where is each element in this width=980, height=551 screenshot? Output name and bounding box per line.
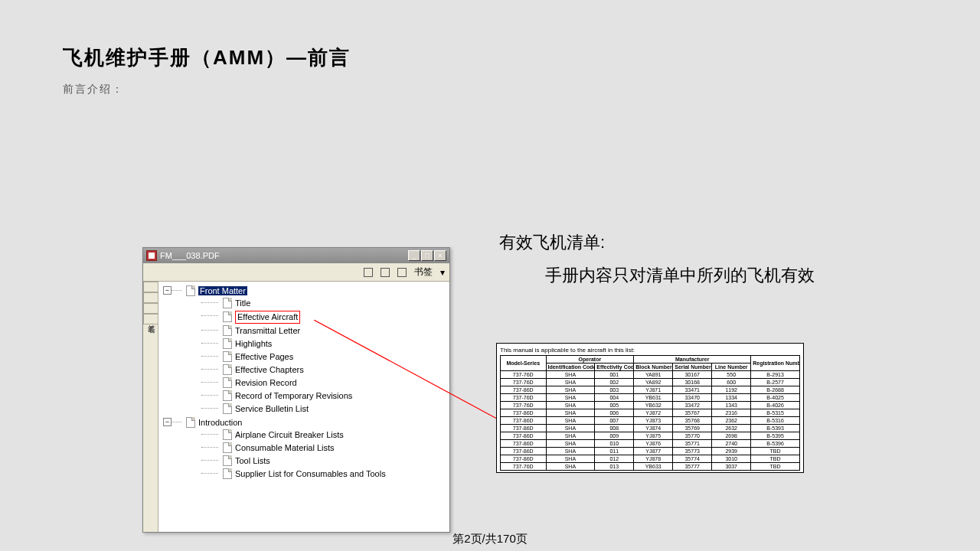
tree-introduction[interactable]: − Introduction Airplane Circuit Breaker … (165, 416, 449, 481)
cell-idcode: SHA (546, 463, 595, 471)
cell-idcode: SHA (546, 379, 595, 386)
table-row: 737-76DSHA005YB632334721343B-4026 (501, 402, 800, 409)
minimize-button[interactable]: _ (408, 250, 420, 261)
table-row: 737-86DSHA003YJ871334711192B-2688 (501, 386, 800, 394)
tree-item[interactable]: Effective Pages (201, 350, 449, 364)
cell-model: 737-76D (501, 371, 547, 379)
tree-label: Introduction (198, 418, 242, 427)
cell-serial: 30167 (673, 371, 712, 379)
tree-label: Effective Chapters (235, 365, 304, 374)
tree-item[interactable]: Airplane Circuit Breaker Lists (201, 429, 449, 442)
cell-serial: 35771 (673, 440, 712, 448)
cell-model: 737-86D (501, 386, 547, 394)
tree-item[interactable]: Supplier List for Consumables and Tools (201, 468, 449, 481)
tree-item[interactable]: Highlights (201, 337, 449, 350)
cell-effcode: 004 (595, 394, 634, 402)
cell-block: YA892 (634, 379, 673, 386)
tree-label: Effective Pages (235, 352, 293, 361)
bookmark-tree[interactable]: − Front Matter TitleEffective AircraftTr… (158, 282, 449, 532)
cell-line: 1343 (712, 402, 751, 409)
tree-label: Front Matter (198, 286, 247, 295)
tree-item[interactable]: Effective Chapters (201, 364, 449, 377)
cell-block: YB631 (634, 394, 673, 402)
tree-item[interactable]: Record of Temporary Revisions (201, 390, 449, 403)
cell-effcode: 009 (595, 432, 634, 440)
cell-serial: 30168 (673, 379, 712, 386)
cell-effcode: 003 (595, 386, 634, 394)
th-model: Model-Series (501, 356, 547, 371)
tree-front-matter[interactable]: − Front Matter TitleEffective AircraftTr… (165, 285, 449, 416)
sidetab-signatures[interactable]: 签名 (143, 314, 158, 324)
th-manufacturer-group: Manufacturer (634, 356, 751, 364)
cell-effcode: 012 (595, 455, 634, 463)
expander-icon[interactable]: − (163, 286, 172, 295)
pdf-file-icon (146, 250, 157, 261)
cell-model: 737-76D (501, 463, 547, 471)
maximize-button[interactable]: □ (421, 250, 433, 261)
tree-label: Highlights (235, 339, 272, 348)
tree-item[interactable]: Consumable Material Lists (201, 442, 449, 455)
page-icon (223, 377, 232, 388)
cell-serial: 35777 (673, 463, 712, 471)
sidetab-bookmarks[interactable]: 书签 (143, 282, 158, 292)
slide-footer: 第2页/共170页 (0, 532, 980, 546)
tree-item[interactable]: Service Bulletin List (201, 403, 449, 416)
cell-model: 737-86D (501, 425, 547, 432)
sidetab-thumbnails[interactable]: 略缩图 (143, 292, 158, 303)
close-button[interactable]: × (434, 250, 446, 261)
table-row: 737-86DSHA007YJ873357682362B-5316 (501, 417, 800, 425)
expander-icon[interactable]: − (163, 418, 172, 426)
tree-label: Tool Lists (235, 456, 270, 465)
cell-block: YJ875 (634, 432, 673, 440)
table-row: 737-86DSHA006YJ872357672316B-5315 (501, 409, 800, 417)
cell-reg: B-4025 (751, 394, 800, 402)
slide-title: 飞机维护手册（AMM）—前言 (63, 44, 351, 71)
cell-reg: B-5393 (751, 425, 800, 432)
table-caption: This manual is applicable to the aircraf… (500, 347, 800, 354)
cell-serial: 35767 (673, 409, 712, 417)
cell-reg: TBD (751, 455, 800, 463)
tree-item[interactable]: Title (201, 297, 449, 310)
th-line: Line Number (712, 364, 751, 371)
tree-item[interactable]: Revision Record (201, 377, 449, 390)
cell-block: YJ876 (634, 440, 673, 448)
save-icon[interactable] (364, 268, 373, 277)
cell-reg: B-2577 (751, 379, 800, 386)
pdf-viewer-window: FM___038.PDF _ □ × 书签 ▾ 书签 略缩图 批注 签名 − F… (142, 247, 450, 533)
th-operator-group: Operator (546, 356, 634, 364)
cell-reg: B-4026 (751, 402, 800, 409)
new-icon[interactable] (397, 268, 407, 277)
cell-effcode: 005 (595, 402, 634, 409)
cell-line: 2362 (712, 417, 751, 425)
tree-label: Consumable Material Lists (235, 443, 335, 452)
cell-effcode: 010 (595, 440, 634, 448)
cell-serial: 33472 (673, 402, 712, 409)
cell-effcode: 008 (595, 425, 634, 432)
cell-line: 600 (712, 379, 751, 386)
cell-line: 2316 (712, 409, 751, 417)
delete-icon[interactable] (381, 268, 390, 277)
sidetab-comments[interactable]: 批注 (143, 303, 158, 314)
cell-line: 1192 (712, 386, 751, 394)
side-tab-strip: 书签 略缩图 批注 签名 (143, 282, 158, 532)
cell-idcode: SHA (546, 402, 595, 409)
cell-idcode: SHA (546, 425, 595, 432)
page-icon (223, 429, 232, 440)
dropdown-icon[interactable]: ▾ (440, 267, 445, 278)
tree-label: Record of Temporary Revisions (235, 391, 352, 400)
tree-item[interactable]: Tool Lists (201, 455, 449, 468)
table-row: 737-86DSHA009YJ875357702698B-5395 (501, 432, 800, 440)
table-row: 737-86DSHA008YJ874357692632B-5393 (501, 425, 800, 432)
table-row: 737-76DSHA004YB631334701334B-4025 (501, 394, 800, 402)
page-icon (223, 442, 232, 453)
tree-item[interactable]: Effective Aircraft (201, 310, 449, 324)
tree-label: Title (235, 298, 250, 308)
aircraft-table-wrap: This manual is applicable to the aircraf… (496, 343, 804, 473)
cell-block: YJ872 (634, 409, 673, 417)
page-icon (223, 325, 232, 336)
table-row: 737-76DSHA013YB633357773037TBD (501, 463, 800, 471)
cell-idcode: SHA (546, 432, 595, 440)
window-titlebar[interactable]: FM___038.PDF _ □ × (143, 248, 449, 263)
tree-item[interactable]: Transmittal Letter (201, 324, 449, 337)
cell-model: 737-86D (501, 455, 547, 463)
